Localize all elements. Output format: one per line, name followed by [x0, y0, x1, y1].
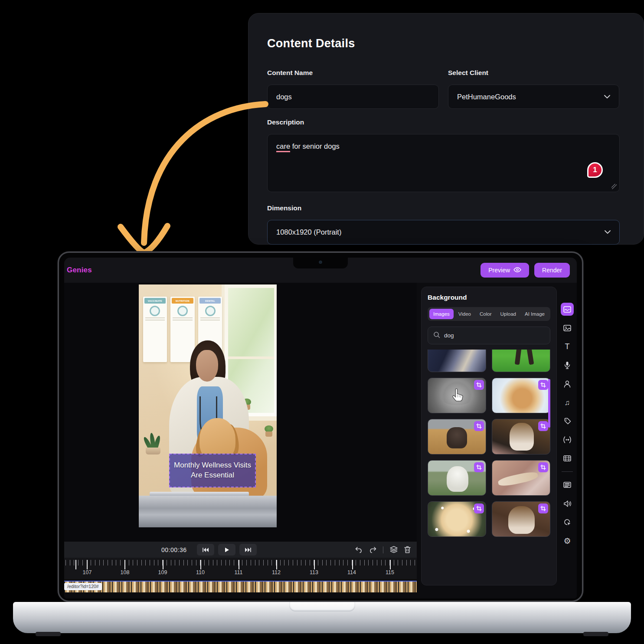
eye-icon	[513, 267, 521, 274]
playback-bar: 00:00:36	[64, 541, 417, 558]
chevron-down-icon	[605, 230, 611, 234]
description-text: care for senior dogs	[276, 142, 340, 150]
crop-icon[interactable]	[538, 421, 548, 431]
avatar-tool-icon[interactable]	[561, 377, 574, 390]
plant	[141, 415, 163, 454]
search-input[interactable]: dog	[428, 327, 550, 344]
description-label: Description	[267, 118, 304, 126]
description-textarea[interactable]: care for senior dogs 1	[267, 134, 620, 192]
tab-ai-image[interactable]: AI Image	[521, 309, 549, 319]
dimension-label: Dimension	[267, 204, 301, 212]
windowsill-plant	[264, 425, 274, 437]
video-canvas: VACCINATE NUTRITION DENTAL	[64, 283, 417, 541]
poster-nutrition: NUTRITION	[170, 297, 195, 362]
layers-icon[interactable]	[390, 546, 398, 553]
content-details-panel: Content Details Content Name dogs Select…	[248, 13, 644, 245]
tab-video[interactable]: Video	[454, 309, 475, 319]
grammar-issues-badge[interactable]: 1	[587, 162, 603, 178]
crop-icon[interactable]	[474, 380, 484, 390]
music-tool-icon[interactable]: ♫	[561, 396, 574, 409]
interaction-tool-icon[interactable]	[561, 516, 574, 529]
crop-icon[interactable]	[538, 503, 548, 513]
image-result[interactable]	[428, 501, 486, 537]
laptop-screen: Genies Preview Render	[58, 252, 583, 602]
captions-tool-icon[interactable]	[561, 478, 574, 491]
skip-end-button[interactable]	[239, 544, 257, 556]
transition-tool-icon[interactable]	[561, 433, 574, 446]
scrollbar[interactable]	[548, 379, 550, 428]
client-select[interactable]: PetHumaneGoods	[448, 85, 619, 109]
webcam-notch	[293, 258, 348, 268]
content-name-input[interactable]: dogs	[267, 85, 439, 109]
video-frame[interactable]: VACCINATE NUTRITION DENTAL	[139, 284, 277, 527]
tool-sidebar: T ♫	[558, 283, 577, 598]
image-result[interactable]	[492, 378, 550, 413]
image-tool-icon[interactable]	[561, 321, 574, 334]
crop-icon[interactable]	[474, 421, 484, 431]
laptop-base	[13, 602, 631, 633]
render-button[interactable]: Render	[534, 263, 570, 278]
crop-icon[interactable]	[474, 462, 484, 472]
tab-upload[interactable]: Upload	[497, 309, 520, 319]
chevron-down-icon	[604, 95, 610, 99]
timeline-ruler[interactable]: 107 108 109 110 111 112 113 114 115	[64, 558, 417, 579]
flagged-word: care	[276, 142, 290, 152]
image-results	[428, 350, 550, 580]
settings-tool-icon[interactable]: ⚙	[561, 534, 574, 547]
skip-start-button[interactable]	[197, 544, 214, 556]
image-result[interactable]	[492, 350, 550, 372]
image-result[interactable]	[492, 419, 550, 454]
image-result[interactable]	[428, 419, 486, 454]
exam-table	[139, 496, 277, 527]
play-button[interactable]	[218, 544, 235, 556]
crop-icon[interactable]	[538, 380, 548, 390]
tab-color[interactable]: Color	[476, 309, 495, 319]
image-result[interactable]	[428, 460, 486, 496]
timeline-clip-filmstrip[interactable]: /editor?id=120#	[64, 581, 417, 592]
undo-icon[interactable]	[355, 547, 363, 553]
panel-title: Content Details	[267, 37, 355, 50]
app-window: Genies Preview Render	[64, 258, 577, 598]
image-result[interactable]	[492, 501, 550, 537]
image-result[interactable]	[428, 350, 486, 372]
image-result-hovered[interactable]	[428, 378, 486, 413]
crop-icon[interactable]	[538, 462, 548, 472]
crop-icon[interactable]	[474, 503, 484, 513]
elements-tool-icon[interactable]	[561, 415, 574, 428]
panel-title: Background	[428, 294, 550, 301]
search-icon	[433, 331, 440, 340]
redo-icon[interactable]	[369, 547, 376, 553]
editing-area: VACCINATE NUTRITION DENTAL	[64, 283, 417, 598]
content-name-label: Content Name	[267, 69, 313, 77]
image-result[interactable]	[492, 460, 550, 496]
poster-vaccinate: VACCINATE	[143, 297, 167, 362]
text-tool-icon[interactable]: T	[561, 340, 574, 353]
webcam-icon	[319, 261, 322, 264]
delete-icon[interactable]	[404, 546, 411, 553]
background-tool-icon[interactable]	[561, 303, 574, 316]
audio-tool-icon[interactable]	[561, 497, 574, 510]
video-tool-icon[interactable]	[561, 452, 574, 465]
resize-handle-icon[interactable]	[611, 184, 617, 189]
divider	[562, 471, 573, 472]
dimension-select[interactable]: 1080x1920 (Portrait)	[267, 220, 620, 245]
voiceover-tool-icon[interactable]	[561, 359, 574, 372]
status-link-chip: /editor?id=120#	[64, 583, 102, 590]
timecode: 00:00:36	[161, 546, 187, 553]
text-overlay-selected[interactable]: Monthly Wellness Visits Are Essential	[169, 454, 256, 487]
preview-button[interactable]: Preview	[481, 263, 529, 278]
media-tabs: Images Video Color Upload AI Image	[428, 307, 550, 321]
select-client-label: Select Client	[448, 69, 488, 77]
background-panel: Background Images Video Color Upload AI …	[421, 287, 557, 585]
hand-cursor-icon	[450, 387, 466, 403]
tab-images[interactable]: Images	[429, 309, 454, 319]
brand-logo: Genies	[67, 266, 92, 275]
